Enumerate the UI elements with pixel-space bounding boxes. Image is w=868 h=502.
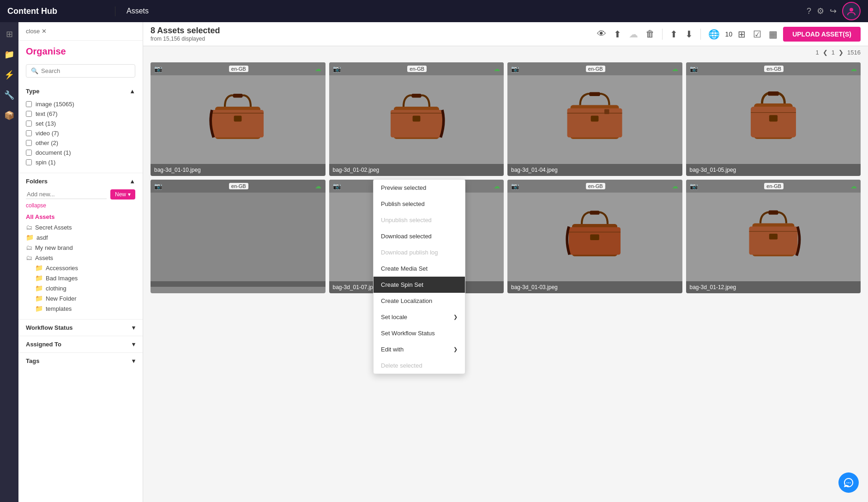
asset-card-5[interactable]: 📷 en-GB ☁ [151, 180, 326, 293]
sidebar-icon-apps[interactable]: ⊞ [1, 26, 18, 42]
locale-badge-8: en-GB [764, 183, 784, 189]
cloud-status-icon: ☁ [315, 65, 321, 73]
asset-grid: 📷 en-GB ☁ bag-3d_01-10.jpeg 📷 [143, 59, 868, 297]
filter-spin[interactable]: spin (1) [26, 157, 135, 167]
asset-card[interactable]: 📷 en-GB ☁ bag-3d_01-10.jpeg [151, 62, 326, 176]
folders-header[interactable]: Folders ▲ [26, 173, 135, 189]
folder-asdf[interactable]: 📁 asdf [26, 232, 135, 242]
filter-image[interactable]: image (15065) [26, 99, 135, 109]
trash-icon[interactable]: 🗑 [644, 27, 657, 41]
help-icon[interactable]: ? [807, 6, 811, 16]
left-panel-header: close ✕ [18, 22, 143, 41]
menu-publish-selected[interactable]: Publish selected [374, 196, 465, 212]
svg-point-37 [848, 483, 849, 484]
folder-assets[interactable]: 🗂 Assets [26, 253, 135, 263]
context-menu: Preview selected Publish selected Unpubl… [373, 179, 465, 374]
asset-image-area-5 [151, 180, 326, 281]
sort-up-icon[interactable]: ⬆ [668, 27, 680, 42]
grid-icon[interactable]: ⊞ [736, 27, 747, 42]
locale-badge-2: en-GB [407, 66, 427, 72]
folder-secret-assets[interactable]: 🗂 Secret Assets [26, 222, 135, 232]
asset-card-2[interactable]: 📷 en-GB ☁ bag-3d_01-02.jpeg [329, 62, 504, 176]
filter-text-checkbox[interactable] [26, 111, 32, 117]
menu-create-spin-set[interactable]: Create Spin Set [374, 277, 465, 293]
menu-preview-selected[interactable]: Preview selected [374, 180, 465, 196]
svg-point-38 [850, 483, 851, 484]
filter-other-checkbox[interactable] [26, 140, 32, 146]
add-folder-input[interactable] [26, 190, 107, 199]
menu-download-publish-log[interactable]: Download publish log [374, 244, 465, 260]
svg-rect-16 [604, 109, 609, 115]
filter-video-checkbox[interactable] [26, 130, 32, 136]
asset-card-4[interactable]: 📷 en-GB ☁ bag-3d_01-05.jpeg [686, 62, 861, 176]
asset-card-3[interactable]: 📷 en-GB ☁ bag-3d_01-04.jpeg [507, 62, 682, 176]
subfolder-accessories[interactable]: 📁 Accessories [26, 263, 135, 273]
filter-document-checkbox[interactable] [26, 150, 32, 156]
folder-icon: 🗂 [26, 254, 32, 261]
tags-header[interactable]: Tags ▾ [26, 353, 135, 369]
filter-set-checkbox[interactable] [26, 121, 32, 127]
cloud-icon[interactable]: ☁ [627, 27, 640, 42]
svg-rect-10 [412, 116, 420, 122]
menu-create-media-set[interactable]: Create Media Set [374, 260, 465, 277]
asset-card-7[interactable]: 📷 en-GB ☁ bag-3d_01-03.jpeg [507, 180, 682, 293]
menu-delete-selected[interactable]: Delete selected [374, 357, 465, 374]
subfolder-templates[interactable]: 📁 templates [26, 303, 135, 314]
filter-text[interactable]: text (67) [26, 109, 135, 119]
menu-unpublish-selected[interactable]: Unpublish selected [374, 212, 465, 228]
type-filter-header[interactable]: Type ▲ [26, 83, 135, 99]
sidebar-icon-filter[interactable]: ⚡ [1, 67, 18, 83]
all-assets-folder[interactable]: All Assets [26, 212, 135, 222]
upload-assets-button[interactable]: UPLOAD ASSET(S) [783, 27, 861, 42]
sidebar-icon-box[interactable]: 📦 [1, 107, 18, 124]
new-folder-button[interactable]: New ▾ [110, 189, 135, 200]
globe-icon[interactable]: 🌐 [706, 27, 722, 42]
menu-create-localization[interactable]: Create Localization [374, 293, 465, 309]
camera-icon-2: 📷 [333, 65, 341, 73]
subfolder-bad-images[interactable]: 📁 Bad Images [26, 273, 135, 283]
search-icon: 🔍 [31, 67, 38, 74]
filter-other[interactable]: other (2) [26, 138, 135, 148]
menu-edit-with[interactable]: Edit with ❯ [374, 341, 465, 357]
menu-set-locale[interactable]: Set locale ❯ [374, 309, 465, 325]
folder-my-new-brand[interactable]: 🗂 My new brand [26, 242, 135, 253]
subfolder-clothing[interactable]: 📁 clothing [26, 283, 135, 293]
subfolder-icon: 📁 [35, 305, 43, 312]
search-box[interactable]: 🔍 [26, 64, 135, 78]
menu-download-selected[interactable]: Download selected [374, 228, 465, 244]
assigned-to-section: Assigned To ▾ [18, 336, 143, 353]
filter-document[interactable]: document (1) [26, 148, 135, 157]
asset-card-8[interactable]: 📷 en-GB ☁ bag-3d_01-12.jpeg [686, 180, 861, 293]
top-nav-actions: ? ⚙ ↪ [799, 2, 868, 20]
logout-icon[interactable]: ↪ [830, 6, 837, 16]
eye-icon[interactable]: 👁 [595, 27, 608, 41]
workflow-status-header[interactable]: Workflow Status ▾ [26, 320, 135, 336]
main-toolbar: 8 Assets selected from 15,156 displayed … [143, 22, 868, 46]
collapse-link[interactable]: collapse [26, 202, 135, 209]
filter-image-checkbox[interactable] [26, 101, 32, 107]
sort-down-icon[interactable]: ⬇ [683, 27, 695, 42]
close-panel[interactable]: close ✕ [26, 28, 47, 35]
subfolder-icon: 📁 [35, 274, 43, 282]
sidebar-icon-tools[interactable]: 🔧 [1, 87, 18, 103]
assigned-to-header[interactable]: Assigned To ▾ [26, 336, 135, 352]
search-input[interactable] [41, 67, 130, 74]
filter-spin-checkbox[interactable] [26, 159, 32, 165]
filter-video[interactable]: video (7) [26, 128, 135, 138]
locale-badge-5: en-GB [229, 183, 248, 189]
sidebar-icon-folder[interactable]: 📁 [1, 46, 18, 63]
prev-page-button[interactable]: ❮ [823, 49, 828, 56]
upload-icon[interactable]: ⬆ [612, 27, 623, 42]
filter-set[interactable]: set (13) [26, 119, 135, 128]
check-icon[interactable]: ☑ [751, 27, 763, 42]
settings-icon[interactable]: ⚙ [817, 6, 824, 16]
locale-badge-7: en-GB [586, 183, 605, 189]
chat-bubble[interactable] [838, 472, 859, 493]
subfolder-new-folder[interactable]: 📁 New Folder [26, 293, 135, 303]
select-icon[interactable]: ▦ [767, 27, 779, 42]
avatar[interactable] [842, 2, 861, 20]
asset-image-area-2 [329, 62, 504, 164]
next-page-button[interactable]: ❯ [838, 49, 844, 56]
menu-set-workflow-status[interactable]: Set Workflow Status [374, 325, 465, 341]
subfolder-icon: 📁 [35, 284, 43, 292]
